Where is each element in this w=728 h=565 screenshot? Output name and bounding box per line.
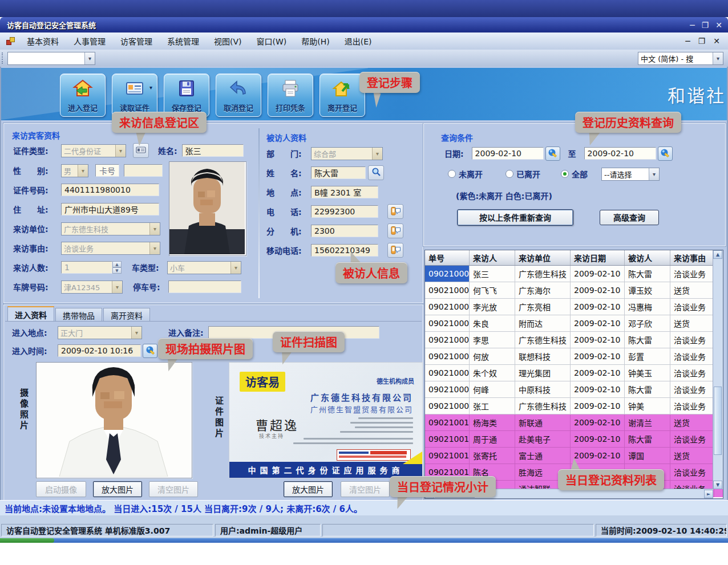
table-cell[interactable]: 广东德生科技: [515, 332, 571, 348]
table-cell[interactable]: 朱良: [470, 315, 515, 332]
clear-photo-button[interactable]: 清空图片: [149, 481, 198, 497]
table-cell[interactable]: 何峰: [470, 381, 515, 398]
table-cell[interactable]: 090210001: [425, 266, 470, 282]
table-cell[interactable]: 何飞飞: [470, 282, 515, 299]
chevron-down-icon[interactable]: ▾: [84, 52, 95, 64]
table-row-6[interactable]: 090210006何放联想科技2009-02-10彭置洽谈业务: [425, 348, 723, 365]
table-cell[interactable]: 2009-02-10: [571, 414, 625, 431]
table-cell[interactable]: 陈大雷: [625, 381, 670, 398]
table-cell[interactable]: 理光集团: [515, 365, 571, 381]
table-cell[interactable]: 谭玉姣: [625, 282, 670, 299]
table-cell[interactable]: 2009-02-10: [571, 398, 625, 414]
visited-name-input[interactable]: 陈大雷: [311, 166, 366, 179]
phone-input[interactable]: 22992300: [311, 205, 378, 218]
id-type-select[interactable]: 二代身份证 ▾: [61, 144, 126, 157]
menu-item-8[interactable]: 退出(E): [337, 33, 379, 49]
table-header-4[interactable]: 来访日期: [571, 250, 625, 265]
start-camera-button[interactable]: 启动摄像: [36, 481, 86, 497]
radio-all[interactable]: [561, 170, 569, 178]
table-cell[interactable]: 洽谈业务: [670, 365, 714, 381]
table-cell[interactable]: 2009-02-10: [571, 266, 625, 282]
reason-select[interactable]: 洽谈业务 ▾: [61, 242, 160, 255]
table-cell[interactable]: 彭置: [625, 348, 670, 365]
minimize-icon[interactable]: ─: [690, 21, 694, 30]
entry-time-picker-button[interactable]: [143, 344, 157, 358]
menu-item-5[interactable]: 视图(V): [207, 33, 249, 49]
table-cell[interactable]: 090210010: [425, 414, 470, 431]
location-input[interactable]: B幢 2301 室: [311, 186, 378, 198]
table-cell[interactable]: 联想科技: [515, 348, 571, 365]
table-cell[interactable]: 090210007: [425, 365, 470, 381]
table-cell[interactable]: 广东亮相: [515, 299, 571, 315]
table-cell[interactable]: 2009-02-10: [571, 282, 625, 299]
menu-item-4[interactable]: 系统管理: [160, 33, 207, 49]
menu-item-2[interactable]: 人事管理: [66, 33, 113, 49]
table-cell[interactable]: 洽谈业务: [670, 398, 714, 414]
sms-phone-button[interactable]: [387, 204, 403, 219]
table-cell[interactable]: 送货: [670, 448, 714, 464]
table-cell[interactable]: 090210011: [425, 431, 470, 448]
toolbar-button-5[interactable]: 打印凭条: [268, 74, 313, 117]
table-cell[interactable]: 赴美电子: [515, 431, 571, 448]
scroll-up-icon[interactable]: ▲: [713, 250, 722, 259]
table-cell[interactable]: 洽谈业务: [670, 299, 714, 315]
entry-time-input[interactable]: 2009-02-10 10:16: [58, 344, 141, 357]
count-input[interactable]: 1: [61, 261, 112, 274]
quick-search-combo[interactable]: ▾: [7, 52, 95, 65]
mobile-input[interactable]: 15602210349: [311, 244, 378, 257]
mdi-minimize-icon[interactable]: ─: [685, 36, 690, 46]
table-cell[interactable]: 富士通: [515, 448, 571, 464]
table-cell[interactable]: 谭国: [625, 448, 670, 464]
toolbar-grip[interactable]: [2, 52, 5, 64]
chevron-down-icon[interactable]: ▾: [713, 52, 723, 64]
table-cell[interactable]: 李光放: [470, 299, 515, 315]
table-row-11[interactable]: 090210011周于通赴美电子2009-02-10陈大雷洽谈业务: [425, 431, 723, 448]
table-cell[interactable]: 广东德生科技: [515, 266, 571, 282]
menu-item-1[interactable]: 基本资料: [19, 33, 66, 49]
restore-icon[interactable]: ❐: [702, 21, 709, 30]
scroll-down-icon[interactable]: ▼: [713, 481, 722, 489]
zoom-photo-button[interactable]: 放大图片: [93, 481, 142, 497]
table-cell[interactable]: 陈大雷: [625, 266, 670, 282]
table-row-9[interactable]: 090210009张工广东德生科技2009-02-10钟美洽谈业务: [425, 398, 723, 414]
table-cell[interactable]: 广东海尔: [515, 282, 571, 299]
table-header-3[interactable]: 来访单位: [515, 250, 571, 265]
table-cell[interactable]: 洽谈业务: [670, 348, 714, 365]
table-cell[interactable]: 新联通: [515, 414, 571, 431]
taskbar-sliver[interactable]: [0, 538, 728, 543]
date-to-input[interactable]: 2009-02-10: [584, 147, 656, 160]
table-cell[interactable]: 李思: [470, 332, 515, 348]
toolbar-button-3[interactable]: 保存登记: [164, 74, 209, 117]
mdi-restore-icon[interactable]: ❐: [698, 36, 706, 46]
table-row-8[interactable]: 090210008何峰中原科技2009-02-10陈大雷洽谈业务: [425, 381, 723, 398]
sms-ext-button[interactable]: [387, 223, 403, 238]
table-cell[interactable]: 广东德生科技: [515, 398, 571, 414]
table-cell[interactable]: 送货: [670, 315, 714, 332]
table-cell[interactable]: 洽谈业务: [670, 381, 714, 398]
clear-card-button[interactable]: 清空图片: [341, 481, 390, 497]
card-no-input[interactable]: [124, 164, 163, 177]
table-cell[interactable]: 2009-02-10: [571, 431, 625, 448]
table-row-3[interactable]: 090210003李光放广东亮相2009-02-10冯惠梅洽谈业务: [425, 299, 723, 315]
sms-mobile-button[interactable]: [387, 243, 403, 258]
company-select[interactable]: 广东德生科技 ▾: [61, 222, 160, 235]
parking-input[interactable]: [168, 281, 241, 293]
table-row-2[interactable]: 090210002何飞飞广东海尔2009-02-10谭玉姣送货: [425, 282, 723, 299]
date-to-picker-button[interactable]: [658, 147, 673, 161]
tab-carried-items[interactable]: 携带物品: [55, 308, 102, 322]
scroll-right-icon[interactable]: ►: [704, 490, 713, 498]
dept-select[interactable]: 综合部 ▾: [311, 147, 383, 160]
table-cell[interactable]: 何放: [470, 348, 515, 365]
table-row-1[interactable]: 090210001张三广东德生科技2009-02-10陈大雷洽谈业务: [425, 266, 723, 282]
table-cell[interactable]: 陈大雷: [625, 332, 670, 348]
table-cell[interactable]: 2009-02-10: [571, 315, 625, 332]
table-cell[interactable]: 张三: [470, 266, 515, 282]
table-cell[interactable]: 陈大雷: [625, 431, 670, 448]
table-cell[interactable]: 洽谈业务: [670, 266, 714, 282]
table-cell[interactable]: 朱个奴: [470, 365, 515, 381]
table-cell[interactable]: 090210009: [425, 398, 470, 414]
toolbar-button-4[interactable]: 取消登记: [216, 74, 261, 117]
menu-item-3[interactable]: 访客管理: [113, 33, 160, 49]
table-row-10[interactable]: 090210010杨海类新联通2009-02-10谢清兰送货: [425, 414, 723, 431]
table-cell[interactable]: 附而达: [515, 315, 571, 332]
